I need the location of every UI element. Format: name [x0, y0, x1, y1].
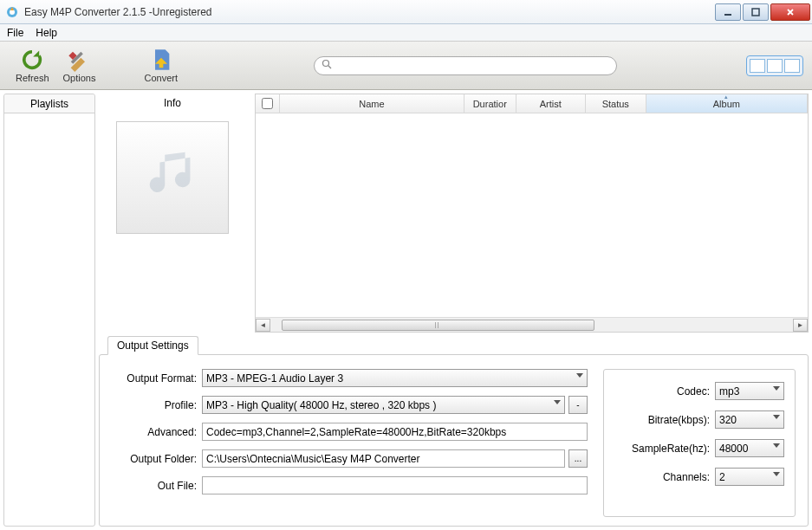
format-label: Output Format:: [112, 372, 197, 385]
titlebar: Easy M4P Converter 2.1.5 -Unregistered: [0, 0, 812, 24]
chevron-down-icon: [773, 415, 780, 419]
convert-button[interactable]: Convert: [137, 46, 185, 85]
refresh-label: Refresh: [16, 73, 49, 83]
codec-combo[interactable]: mp3: [715, 382, 784, 400]
col-artist[interactable]: Artist: [516, 94, 586, 113]
channels-combo[interactable]: 2: [715, 468, 784, 486]
playlists-pane: Playlists: [3, 94, 95, 527]
profile-combo[interactable]: MP3 - High Quality( 48000 Hz, stereo , 3…: [202, 396, 565, 414]
maximize-button[interactable]: [743, 3, 769, 21]
refresh-icon: [20, 48, 44, 72]
chevron-down-icon: [773, 443, 780, 448]
convert-icon: [149, 48, 173, 72]
view-mode-2[interactable]: [767, 59, 783, 73]
select-all-checkbox[interactable]: [262, 98, 273, 109]
menubar: File Help: [0, 24, 812, 42]
window-title: Easy M4P Converter 2.1.5 -Unregistered: [24, 6, 715, 18]
svg-point-5: [322, 61, 328, 67]
samplerate-combo[interactable]: 48000: [715, 439, 784, 457]
toolbar: Refresh Options Convert: [0, 42, 812, 90]
col-checkbox[interactable]: [256, 94, 280, 113]
chevron-down-icon: [554, 400, 561, 404]
scroll-right-arrow[interactable]: ►: [793, 319, 808, 332]
settings-tab[interactable]: Output Settings: [107, 336, 198, 355]
scroll-track[interactable]: [270, 319, 793, 332]
sort-caret-icon: ▴: [724, 94, 728, 100]
col-status[interactable]: Status: [586, 94, 646, 113]
options-icon: [67, 48, 91, 72]
output-settings: Output Settings Output Format: MP3 - MPE…: [99, 336, 809, 527]
bitrate-combo[interactable]: 320: [715, 410, 784, 429]
codec-label: Codec:: [614, 385, 710, 398]
scroll-thumb[interactable]: [282, 320, 594, 331]
h-scrollbar[interactable]: ◄ ►: [256, 317, 808, 332]
playlists-header: Playlists: [4, 94, 94, 113]
app-icon: [5, 5, 19, 19]
convert-label: Convert: [144, 73, 178, 83]
svg-rect-3: [752, 9, 759, 16]
svg-line-6: [328, 66, 331, 68]
chevron-down-icon: [576, 373, 583, 378]
menu-help[interactable]: Help: [36, 27, 57, 39]
view-mode-3[interactable]: [784, 59, 800, 73]
folder-browse-button[interactable]: ...: [568, 449, 588, 468]
advanced-input[interactable]: Codec=mp3,Channel=2,SampleRate=48000Hz,B…: [202, 423, 588, 441]
minimize-button[interactable]: [715, 3, 741, 21]
view-mode-group: [746, 55, 803, 76]
profile-label: Profile:: [112, 399, 197, 411]
search-icon: [322, 59, 332, 72]
bitrate-label: Bitrate(kbps):: [614, 414, 710, 426]
scroll-left-arrow[interactable]: ◄: [256, 319, 270, 332]
album-art: [116, 121, 229, 234]
music-note-icon: [142, 147, 203, 208]
outfile-input[interactable]: [202, 476, 588, 494]
samplerate-label: SampleRate(hz):: [614, 443, 710, 455]
refresh-button[interactable]: Refresh: [9, 46, 56, 85]
options-label: Options: [63, 73, 96, 83]
col-name[interactable]: Name: [280, 94, 464, 113]
view-mode-1[interactable]: [750, 59, 765, 73]
chevron-down-icon: [773, 386, 780, 391]
chevron-down-icon: [773, 472, 780, 476]
menu-file[interactable]: File: [7, 27, 23, 39]
track-table: Name Duratior Artist Status ▴Album ◄ ►: [255, 94, 809, 333]
channels-label: Channels:: [614, 471, 710, 483]
table-body: [256, 113, 808, 317]
folder-input[interactable]: C:\Users\Ontecnia\Music\Easy M4P Convert…: [202, 449, 565, 468]
col-album[interactable]: ▴Album: [646, 94, 808, 113]
svg-rect-2: [724, 14, 731, 16]
table-header: Name Duratior Artist Status ▴Album: [256, 94, 808, 113]
info-pane: Info: [99, 94, 246, 333]
format-combo[interactable]: MP3 - MPEG-1 Audio Layer 3: [202, 369, 588, 387]
options-button[interactable]: Options: [56, 46, 103, 85]
info-title: Info: [99, 94, 246, 113]
advanced-label: Advanced:: [112, 426, 197, 438]
search-input[interactable]: [335, 60, 609, 72]
codec-group: Codec: mp3 Bitrate(kbps): 320 SampleRate…: [603, 369, 796, 517]
close-button[interactable]: [770, 3, 810, 21]
folder-label: Output Folder:: [112, 453, 197, 465]
outfile-label: Out File:: [112, 480, 197, 492]
col-duration[interactable]: Duratior: [464, 94, 516, 113]
profile-remove-button[interactable]: -: [568, 396, 588, 414]
search-box[interactable]: [314, 56, 617, 75]
